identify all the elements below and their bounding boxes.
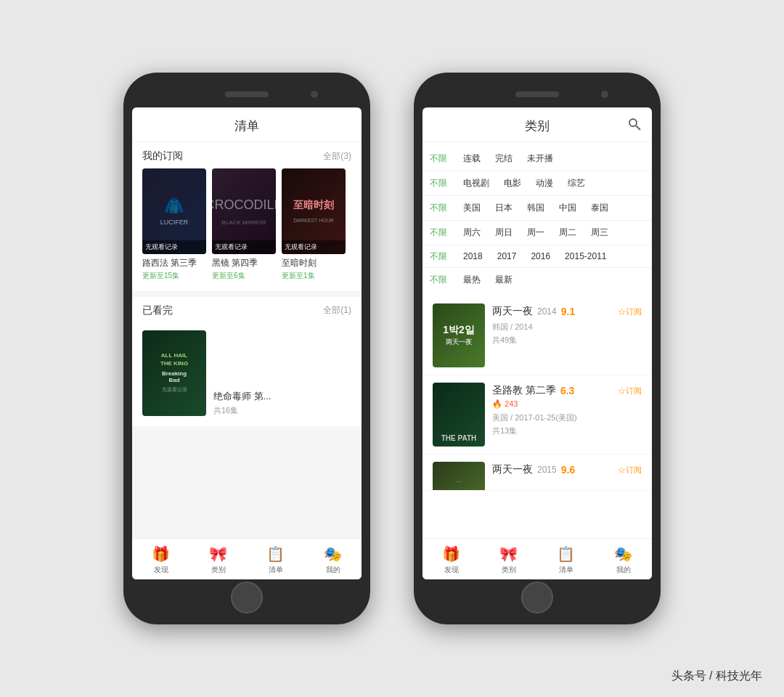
subscribe-btn-2[interactable]: ☆订阅 bbox=[618, 386, 642, 396]
search-icon-btn[interactable] bbox=[627, 117, 642, 135]
filter-opt-cn[interactable]: 中国 bbox=[553, 200, 582, 216]
result-item-1[interactable]: 1박2일 两天一夜 两天一夜 2014 9.1 ☆订阅 bbox=[422, 296, 652, 375]
left-screen-title: 清单 bbox=[132, 107, 362, 142]
result-meta-line1-2: 美国 / 2017-01-25(美国) bbox=[492, 412, 642, 425]
subscribe-btn-1[interactable]: ☆订阅 bbox=[618, 306, 642, 317]
watched-item-1[interactable]: ALL HAIL THE KING Breaking Bad 无观看记录 绝命毒… bbox=[132, 323, 362, 426]
filter-unlimited-4[interactable]: 不限 bbox=[430, 227, 452, 239]
result-info-1: 两天一夜 2014 9.1 ☆订阅 韩国 / 2014 共49集 bbox=[492, 303, 642, 346]
filter-opt-finished[interactable]: 完结 bbox=[489, 150, 518, 167]
list-label-right: 清单 bbox=[559, 565, 573, 575]
filter-opt-new[interactable]: 最新 bbox=[489, 272, 518, 288]
filter-opt-kr[interactable]: 韩国 bbox=[521, 200, 550, 216]
svg-point-0 bbox=[629, 119, 637, 126]
filter-options-sort: 最热 最新 bbox=[457, 272, 518, 288]
result-fire-2: 🔥 243 bbox=[492, 399, 642, 409]
left-screen-content: 我的订阅 全部(3) 🧥 LUCIFER bbox=[132, 142, 362, 538]
speaker-left bbox=[225, 91, 269, 97]
show-thumb-3: 至暗时刻 DARKEST HOUR 无观看记录 bbox=[282, 168, 346, 254]
subscribe-btn-3[interactable]: ☆订阅 bbox=[618, 465, 642, 476]
camera-right bbox=[601, 91, 608, 98]
discover-icon-right: 🎁 bbox=[442, 545, 461, 563]
filter-unlimited-5[interactable]: 不限 bbox=[430, 250, 452, 263]
result-title-meta-2: 圣路教 第二季 6.3 bbox=[492, 384, 613, 397]
watched-title: 已看完 bbox=[142, 304, 173, 317]
mine-icon-right: 🎭 bbox=[614, 545, 633, 563]
list-icon-right: 📋 bbox=[557, 545, 576, 563]
filter-row-region: 不限 美国 日本 韩国 中国 泰国 bbox=[422, 196, 652, 220]
result-info-2: 圣路教 第二季 6.3 ☆订阅 🔥 243 美国 / 2017-01-25(美国… bbox=[492, 383, 642, 437]
category-title: 类别 bbox=[525, 118, 550, 134]
left-nav-mine[interactable]: 🎭 我的 bbox=[304, 539, 362, 579]
home-button-right[interactable] bbox=[521, 582, 553, 614]
filter-opt-sat[interactable]: 周六 bbox=[457, 224, 486, 241]
show-overlay-text-3: 无观看记录 bbox=[285, 242, 317, 252]
result-item-2[interactable]: THE PATH 圣路教 第二季 6.3 ☆订阅 🔥 243 bbox=[422, 375, 652, 455]
result-thumb-2: THE PATH bbox=[433, 383, 485, 447]
result-year-3: 2015 bbox=[537, 465, 557, 475]
result-thumb-3: ... bbox=[433, 462, 485, 491]
left-phone: 清单 我的订阅 全部(3) 🧥 bbox=[123, 73, 370, 624]
show-overlay-text-2: 无观看记录 bbox=[215, 242, 248, 252]
filter-opt-variety[interactable]: 综艺 bbox=[562, 175, 591, 192]
filter-row-type: 不限 电视剧 电影 动漫 综艺 bbox=[422, 171, 652, 195]
filter-opt-tue[interactable]: 周二 bbox=[553, 224, 582, 241]
filter-opt-ongoing[interactable]: 连载 bbox=[457, 150, 486, 167]
filter-options-type: 电视剧 电影 动漫 综艺 bbox=[457, 175, 591, 192]
filter-opt-movie[interactable]: 电影 bbox=[498, 175, 527, 192]
subscribed-all[interactable]: 全部(3) bbox=[323, 150, 351, 163]
result-item-3[interactable]: ... 两天一夜 2015 9.6 ☆订阅 bbox=[422, 455, 652, 491]
filter-opt-jp[interactable]: 日本 bbox=[489, 200, 518, 216]
show-name-2: 黑镜 第四季 bbox=[212, 258, 276, 269]
filter-opt-2016[interactable]: 2016 bbox=[525, 249, 556, 264]
filter-opt-upcoming[interactable]: 未开播 bbox=[521, 150, 559, 167]
right-screen: 类别 不限 连载 完结 未开播 bbox=[422, 107, 652, 579]
filter-options-region: 美国 日本 韩国 中国 泰国 bbox=[457, 200, 614, 216]
result-title-row-3: 两天一夜 2015 9.6 ☆订阅 bbox=[492, 463, 642, 476]
filter-opt-wed[interactable]: 周三 bbox=[585, 224, 614, 241]
home-button-left[interactable] bbox=[231, 582, 263, 614]
filter-opt-2015-2011[interactable]: 2015-2011 bbox=[559, 249, 612, 264]
filter-opt-th[interactable]: 泰国 bbox=[585, 200, 614, 216]
filter-row-year: 不限 2018 2017 2016 2015-2011 bbox=[422, 245, 652, 267]
show-overlay-text-1: 无观看记录 bbox=[145, 242, 178, 252]
svg-line-1 bbox=[636, 126, 640, 130]
filter-opt-sun[interactable]: 周日 bbox=[489, 224, 518, 241]
result-title-row-1: 两天一夜 2014 9.1 ☆订阅 bbox=[492, 305, 642, 318]
result-score-3: 9.6 bbox=[561, 464, 575, 476]
show-overlay-1: 无观看记录 bbox=[142, 240, 206, 254]
filter-unlimited-6[interactable]: 不限 bbox=[430, 274, 452, 286]
right-nav-discover[interactable]: 🎁 发现 bbox=[422, 539, 480, 579]
left-nav-discover[interactable]: 🎁 发现 bbox=[132, 539, 189, 579]
show-card-1[interactable]: 🧥 LUCIFER 无观看记录 路西法 第三季 更新至15集 bbox=[142, 168, 206, 281]
filter-options-year: 2018 2017 2016 2015-2011 bbox=[457, 249, 613, 264]
filter-opt-anime[interactable]: 动漫 bbox=[530, 175, 559, 192]
watched-all[interactable]: 全部(1) bbox=[323, 304, 351, 317]
filter-opt-tv[interactable]: 电视剧 bbox=[457, 175, 495, 192]
filter-opt-hot[interactable]: 最热 bbox=[457, 272, 486, 288]
left-nav-list[interactable]: 📋 清单 bbox=[247, 539, 304, 579]
right-nav-mine[interactable]: 🎭 我的 bbox=[595, 539, 652, 579]
watched-eps-1: 共16集 bbox=[213, 405, 351, 416]
result-thumb-1: 1박2일 两天一夜 bbox=[433, 303, 485, 367]
show-thumb-1: 🧥 LUCIFER 无观看记录 bbox=[142, 168, 206, 254]
filter-opt-mon[interactable]: 周一 bbox=[521, 224, 550, 241]
result-score-1: 9.1 bbox=[561, 306, 575, 317]
filter-opt-us[interactable]: 美国 bbox=[457, 200, 486, 216]
right-phone: 类别 不限 连载 完结 未开播 bbox=[414, 73, 661, 624]
show-overlay-3: 无观看记录 bbox=[282, 240, 346, 254]
watched-name-1: 绝命毒师 第... bbox=[213, 390, 351, 403]
filter-opt-2018[interactable]: 2018 bbox=[457, 249, 489, 264]
subscribed-header: 我的订阅 全部(3) bbox=[132, 142, 362, 168]
filter-unlimited-2[interactable]: 不限 bbox=[430, 177, 452, 189]
show-card-2[interactable]: CROCODILE BLACK MIRROR 无观看记录 黑镜 第四季 更新至6… bbox=[212, 168, 276, 281]
discover-label-left: 发现 bbox=[154, 565, 168, 575]
right-nav-list[interactable]: 📋 清单 bbox=[537, 539, 595, 579]
filter-opt-2017[interactable]: 2017 bbox=[491, 249, 523, 264]
mine-icon-left: 🎭 bbox=[324, 545, 343, 563]
filter-unlimited-1[interactable]: 不限 bbox=[430, 152, 452, 165]
left-nav-category[interactable]: 🎀 类别 bbox=[189, 539, 247, 579]
show-card-3[interactable]: 至暗时刻 DARKEST HOUR 无观看记录 至暗时刻 更新至1集 bbox=[282, 168, 346, 281]
filter-unlimited-3[interactable]: 不限 bbox=[430, 202, 452, 214]
right-nav-category[interactable]: 🎀 类别 bbox=[480, 539, 537, 579]
